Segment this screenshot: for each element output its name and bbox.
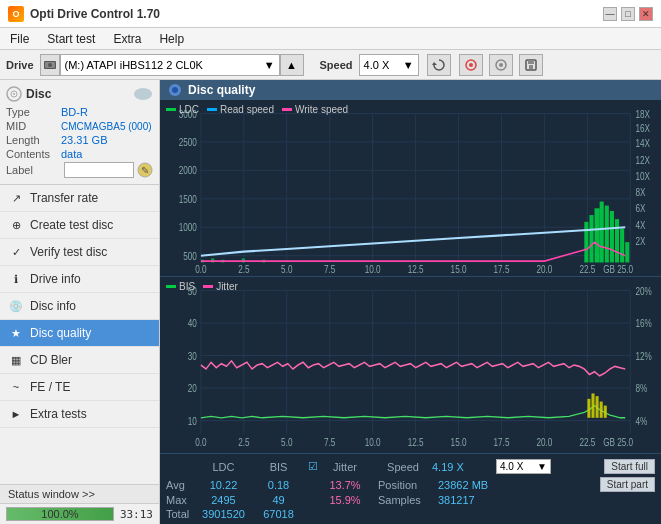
nav-fe-te-label: FE / TE — [30, 380, 70, 394]
max-label: Max — [166, 494, 196, 506]
read-speed-legend-dot — [207, 108, 217, 111]
max-bis: 49 — [251, 494, 306, 506]
max-ldc: 2495 — [196, 494, 251, 506]
svg-text:4X: 4X — [635, 218, 646, 230]
nav-disc-info-label: Disc info — [30, 299, 76, 313]
save-btn[interactable] — [519, 54, 543, 76]
main-layout: Disc Type BD-R MID CMCMAGBA5 (000) Lengt… — [0, 80, 661, 524]
drive-eject-btn[interactable]: ▲ — [280, 54, 304, 76]
disc-mid-row: MID CMCMAGBA5 (000) — [6, 120, 153, 132]
svg-rect-69 — [584, 222, 588, 263]
nav-verify-test-disc[interactable]: ✓ Verify test disc — [0, 239, 159, 266]
nav-cd-bler[interactable]: ▦ CD Bler — [0, 347, 159, 374]
time-display: 33:13 — [120, 508, 153, 521]
title-bar-left: O Opti Drive Control 1.70 — [8, 6, 160, 22]
menu-help[interactable]: Help — [155, 30, 188, 48]
legend-jitter: Jitter — [203, 281, 238, 292]
menu-extra[interactable]: Extra — [109, 30, 145, 48]
svg-text:20%: 20% — [635, 284, 652, 296]
svg-text:7.5: 7.5 — [324, 263, 335, 275]
svg-text:2.5: 2.5 — [238, 436, 249, 448]
stats-max-row: Max 2495 49 15.9% Samples 381217 — [166, 493, 655, 507]
svg-text:16X: 16X — [635, 122, 650, 134]
nav-disc-quality[interactable]: ★ Disc quality — [0, 320, 159, 347]
app-icon: O — [8, 6, 24, 22]
disc-test-btn[interactable] — [459, 54, 483, 76]
progress-area: 100.0% 33:13 — [0, 504, 159, 524]
start-part-button[interactable]: Start part — [600, 477, 655, 492]
fe-te-icon: ~ — [8, 379, 24, 395]
speed-value: 4.0 X — [364, 59, 390, 71]
nav-extra-tests[interactable]: ► Extra tests — [0, 401, 159, 428]
svg-text:GB: GB — [603, 436, 615, 448]
nav-extra-tests-label: Extra tests — [30, 407, 87, 421]
content-header-icon — [168, 83, 182, 97]
avg-bis: 0.18 — [251, 479, 306, 491]
svg-text:22.5: 22.5 — [579, 436, 595, 448]
svg-point-2 — [48, 63, 52, 67]
svg-rect-118 — [591, 393, 594, 417]
stats-jitter-checkbox[interactable]: ☑ — [306, 460, 320, 473]
content-header: Disc quality — [160, 80, 661, 100]
menu-bar: File Start test Extra Help — [0, 28, 661, 50]
bis-legend-dot — [166, 285, 176, 288]
transfer-rate-icon: ↗ — [8, 190, 24, 206]
svg-text:5.0: 5.0 — [281, 263, 292, 275]
disc-label-row: Label ✎ — [6, 162, 153, 178]
legend-read-speed: Read speed — [207, 104, 274, 115]
stats-avg-row: Avg 10.22 0.18 13.7% Position 23862 MB S… — [166, 476, 655, 493]
speed-refresh-btn[interactable] — [427, 54, 451, 76]
disc-extra-btn[interactable] — [489, 54, 513, 76]
svg-text:2X: 2X — [635, 235, 646, 247]
nav-drive-info[interactable]: ℹ Drive info — [0, 266, 159, 293]
svg-marker-3 — [432, 62, 437, 65]
nav-disc-info[interactable]: 💿 Disc info — [0, 293, 159, 320]
drive-select[interactable]: (M:) ATAPI iHBS112 2 CL0K ▼ — [60, 54, 280, 76]
total-label: Total — [166, 508, 196, 520]
nav-transfer-rate[interactable]: ↗ Transfer rate — [0, 185, 159, 212]
nav-drive-info-label: Drive info — [30, 272, 81, 286]
svg-rect-75 — [615, 219, 619, 262]
svg-text:14X: 14X — [635, 137, 650, 149]
svg-rect-74 — [610, 211, 614, 262]
nav-create-test-disc-label: Create test disc — [30, 218, 113, 232]
progress-text: 100.0% — [7, 508, 113, 520]
menu-start-test[interactable]: Start test — [43, 30, 99, 48]
svg-text:10.0: 10.0 — [365, 263, 381, 275]
disc-type-row: Type BD-R — [6, 106, 153, 118]
avg-jitter: 13.7% — [320, 479, 370, 491]
disc-label-input[interactable] — [64, 162, 134, 178]
svg-rect-71 — [595, 208, 600, 262]
svg-text:15.0: 15.0 — [451, 263, 467, 275]
svg-text:GB: GB — [603, 263, 615, 275]
speed-select-dropdown[interactable]: 4.0 X ▼ — [496, 459, 551, 474]
svg-text:12%: 12% — [635, 349, 652, 361]
svg-text:12.5: 12.5 — [408, 263, 424, 275]
start-full-button[interactable]: Start full — [604, 459, 655, 474]
nav-fe-te[interactable]: ~ FE / TE — [0, 374, 159, 401]
svg-rect-77 — [625, 242, 629, 262]
status-window-btn[interactable]: Status window >> — [0, 485, 159, 504]
speed-select[interactable]: 4.0 X ▼ — [359, 54, 419, 76]
stats-area: LDC BIS ☑ Jitter Speed 4.19 X — [160, 453, 661, 524]
svg-rect-73 — [605, 206, 609, 263]
svg-text:17.5: 17.5 — [494, 263, 510, 275]
stats-speed-select-area[interactable]: 4.0 X ▼ — [496, 459, 551, 474]
label-edit-icon[interactable]: ✎ — [137, 162, 153, 178]
close-button[interactable]: ✕ — [639, 7, 653, 21]
svg-text:25.0: 25.0 — [617, 436, 633, 448]
disc-contents-value: data — [61, 148, 82, 160]
minimize-button[interactable]: — — [603, 7, 617, 21]
maximize-button[interactable]: □ — [621, 7, 635, 21]
total-bis: 67018 — [251, 508, 306, 520]
svg-text:40: 40 — [188, 317, 197, 329]
svg-text:10.0: 10.0 — [365, 436, 381, 448]
nav-verify-test-disc-label: Verify test disc — [30, 245, 107, 259]
menu-file[interactable]: File — [6, 30, 33, 48]
nav-create-test-disc[interactable]: ⊕ Create test disc — [0, 212, 159, 239]
write-speed-legend-dot — [282, 108, 292, 111]
svg-text:16%: 16% — [635, 317, 652, 329]
svg-text:10: 10 — [188, 414, 197, 426]
svg-text:4%: 4% — [635, 414, 647, 426]
bis-legend-text: BIS — [179, 281, 195, 292]
